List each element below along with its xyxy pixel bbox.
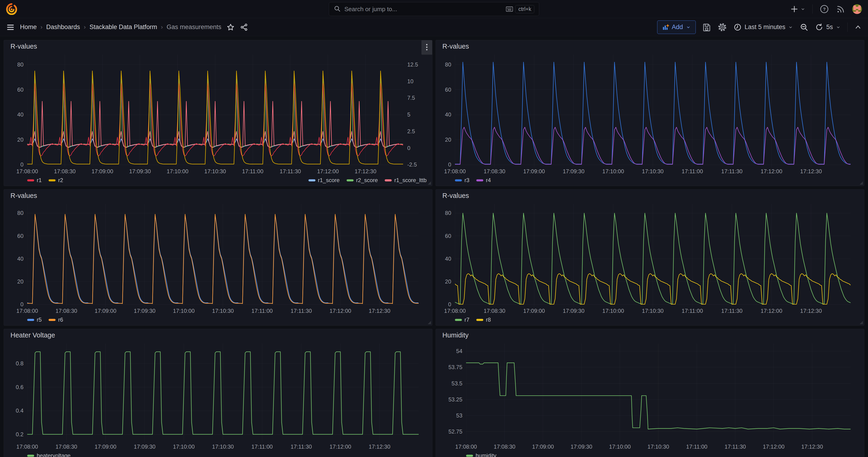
x-axis-tick: 17:09:30 xyxy=(129,168,151,175)
plus-icon xyxy=(790,5,799,13)
breadcrumb-item-home[interactable]: Home xyxy=(20,24,37,31)
x-axis-tick: 17:08:30 xyxy=(484,308,505,314)
plot-region[interactable]: 52.755353.2553.553.7554 xyxy=(466,343,850,443)
x-axis-tick: 17:10:30 xyxy=(642,308,663,314)
y-axis-tick: 54 xyxy=(456,348,462,355)
chart-canvas xyxy=(27,343,418,443)
legend-item-r1[interactable]: r1 xyxy=(27,177,41,183)
legend-swatch xyxy=(27,179,34,181)
legend-item-heatervoltage[interactable]: heatervoltage xyxy=(27,452,70,457)
legend-swatch xyxy=(476,319,483,321)
y-axis-tick: 0 xyxy=(448,301,451,308)
x-axis-tick: 17:10:00 xyxy=(173,444,194,450)
chart-area: 020406080 xyxy=(436,53,864,167)
plot-region[interactable]: 020406080 xyxy=(455,55,850,167)
legend-label: r2 xyxy=(58,177,63,183)
dashboard-settings-button[interactable] xyxy=(718,23,727,32)
y-axis-tick: 20 xyxy=(17,278,24,285)
legend-item-r7[interactable]: r7 xyxy=(455,316,469,323)
share-button[interactable] xyxy=(240,23,248,31)
refresh-picker[interactable]: 5s xyxy=(815,23,841,31)
x-axis-tick: 17:08:30 xyxy=(494,444,515,450)
legend: r7r8 xyxy=(455,315,859,325)
breadcrumb-item-stackable-data-platform[interactable]: Stackable Data Platform xyxy=(90,24,157,31)
panel-resize-handle[interactable] xyxy=(860,181,863,185)
legend-item-r6[interactable]: r6 xyxy=(49,316,63,323)
global-search[interactable]: ctrl+k xyxy=(329,2,539,16)
legend-label: r4 xyxy=(486,177,491,183)
panel-resize-handle[interactable] xyxy=(428,321,431,324)
legend-item-r5[interactable]: r5 xyxy=(27,316,41,323)
legend-item-r1_score[interactable]: r1_score xyxy=(308,177,340,183)
y-axis-tick: 0 xyxy=(448,161,451,168)
kebab-icon xyxy=(424,43,430,52)
panel-humidity-5: Humidity52.755353.2553.553.755417:08:001… xyxy=(436,329,864,457)
panel-resize-handle[interactable] xyxy=(428,181,431,185)
legend-item-humidity[interactable]: humidity xyxy=(466,452,496,457)
legend-item-r4[interactable]: r4 xyxy=(476,177,491,183)
x-axis-tick: 17:10:30 xyxy=(204,168,226,175)
plot-region[interactable]: 0.20.40.60.8 xyxy=(27,343,418,443)
legend-group-left: heatervoltage xyxy=(27,452,70,457)
chevron-down-icon xyxy=(686,25,691,30)
chart-canvas xyxy=(455,204,850,307)
grafana-logo-icon[interactable] xyxy=(6,3,17,15)
plot-region[interactable]: 02040608012.5107.552.50-2.5 xyxy=(27,55,403,167)
legend-label: r3 xyxy=(464,177,469,183)
legend-swatch xyxy=(27,319,34,321)
legend-label: r1_score xyxy=(318,177,340,183)
zoom-out-button[interactable] xyxy=(800,23,808,32)
y-axis-tick: 0 xyxy=(21,301,24,308)
chevron-down-icon xyxy=(788,25,793,30)
y-axis-tick: 53.5 xyxy=(452,380,462,387)
save-dashboard-button[interactable] xyxy=(702,23,711,32)
x-axis-tick: 17:10:00 xyxy=(602,308,624,314)
x-axis-tick: 17:10:30 xyxy=(647,444,669,450)
legend-swatch xyxy=(347,179,353,181)
time-range-picker[interactable]: Last 5 minutes xyxy=(734,23,794,31)
chart-area: 020406080 xyxy=(436,202,864,307)
legend-item-r2[interactable]: r2 xyxy=(49,177,63,183)
y-axis-tick: 53.75 xyxy=(448,364,462,370)
y-axis-tick: 60 xyxy=(445,233,451,239)
legend-item-r8[interactable]: r8 xyxy=(476,316,491,323)
x-axis-tick: 17:12:00 xyxy=(317,168,339,175)
plot-region[interactable]: 020406080 xyxy=(455,204,850,307)
panel-title: R-values xyxy=(4,192,432,202)
legend: heatervoltage xyxy=(27,451,427,457)
help-button[interactable]: ? xyxy=(820,4,829,14)
y-axis-tick: 40 xyxy=(445,255,451,262)
clock-icon xyxy=(734,23,742,31)
x-axis-tick: 17:12:30 xyxy=(800,308,822,314)
collapse-toolbar-button[interactable] xyxy=(854,23,862,31)
plot-region[interactable]: 020406080 xyxy=(27,204,418,307)
legend-label: r5 xyxy=(37,316,41,323)
legend-item-r3[interactable]: r3 xyxy=(455,177,469,183)
legend-group-left: r3r4 xyxy=(455,177,491,183)
y-axis-tick: 80 xyxy=(445,61,451,68)
search-input[interactable] xyxy=(344,6,502,13)
breadcrumb-item-gas-measurements[interactable]: Gas measurements xyxy=(167,24,221,31)
breadcrumb-separator: › xyxy=(84,24,86,31)
menu-toggle-button[interactable] xyxy=(6,23,15,32)
panel-resize-handle[interactable] xyxy=(860,321,863,324)
chart-canvas xyxy=(466,343,850,443)
x-axis: 17:08:0017:08:3017:09:0017:09:3017:10:00… xyxy=(455,167,850,175)
legend: r1r2r1_scorer2_scorer1_score_lttb xyxy=(27,175,427,186)
legend-swatch xyxy=(455,319,462,321)
legend-item-r2_score[interactable]: r2_score xyxy=(347,177,378,183)
favorite-button[interactable] xyxy=(226,23,235,31)
breadcrumb-item-dashboards[interactable]: Dashboards xyxy=(46,24,80,31)
chart-canvas xyxy=(27,55,403,167)
user-avatar[interactable] xyxy=(852,4,862,14)
legend-label: r7 xyxy=(464,316,469,323)
rss-icon xyxy=(836,4,845,14)
x-axis-tick: 17:09:30 xyxy=(563,308,584,314)
x-axis-tick: 17:09:30 xyxy=(134,444,155,450)
new-button[interactable] xyxy=(790,5,805,13)
panel-menu-button[interactable] xyxy=(422,40,432,55)
x-axis-tick: 17:09:00 xyxy=(532,444,554,450)
legend-item-r1_score_lttb[interactable]: r1_score_lttb xyxy=(385,177,427,183)
add-panel-button[interactable]: Add xyxy=(657,21,696,34)
news-button[interactable] xyxy=(836,4,845,14)
